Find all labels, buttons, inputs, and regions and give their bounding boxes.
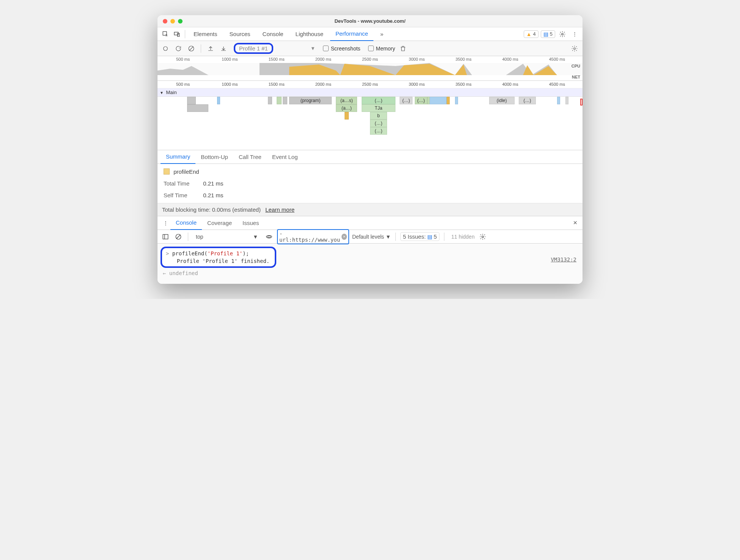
summary-swatch-icon xyxy=(164,168,170,175)
total-blocking-time-bar: Total blocking time: 0.00ms (estimated) … xyxy=(157,203,583,216)
warnings-badge[interactable]: ▲ 4 xyxy=(524,30,538,38)
message-icon: ▤ xyxy=(543,31,548,37)
save-profile-button[interactable] xyxy=(219,44,228,53)
flame-ruler: 500 ms 1000 ms 1500 ms 2000 ms 2500 ms 3… xyxy=(157,81,583,88)
tab-sources[interactable]: Sources xyxy=(224,27,256,41)
window-controls xyxy=(157,19,183,24)
capture-settings-gear-icon[interactable] xyxy=(570,44,579,53)
warning-icon: ▲ xyxy=(526,31,532,37)
main-track-header[interactable]: ▼ Main xyxy=(157,88,583,97)
reload-button[interactable] xyxy=(173,44,183,53)
svg-point-3 xyxy=(562,33,564,35)
tab-console[interactable]: Console xyxy=(257,27,289,41)
dropdown-icon: ▼ xyxy=(253,234,258,240)
main-thread-track: ▼ Main (program) (a…s) (a…) (…) TJa b (…… xyxy=(157,88,583,150)
live-expression-icon[interactable] xyxy=(264,232,274,242)
device-toggle-icon[interactable] xyxy=(172,29,182,39)
clear-button[interactable] xyxy=(186,44,196,53)
cpu-label: CPU xyxy=(572,64,580,68)
details-tab-call-tree[interactable]: Call Tree xyxy=(233,150,267,164)
close-window-button[interactable] xyxy=(163,19,167,24)
svg-rect-7 xyxy=(163,234,168,239)
tab-lighthouse[interactable]: Lighthouse xyxy=(290,27,329,41)
profile-dropdown-icon[interactable]: ▼ xyxy=(310,46,315,51)
console-highlighted-block: profileEnd('Profile 1'); Profile 'Profil… xyxy=(161,247,276,268)
details-tab-bottom-up[interactable]: Bottom-Up xyxy=(195,150,233,164)
devtools-window: DevTools - www.youtube.com/ Elements Sou… xyxy=(157,15,583,284)
clear-filter-icon[interactable]: × xyxy=(342,234,347,240)
details-tabs: Summary Bottom-Up Call Tree Event Log xyxy=(157,150,583,164)
inspect-icon[interactable] xyxy=(161,29,170,39)
svg-point-9 xyxy=(268,236,270,238)
screenshots-checkbox[interactable]: Screenshots xyxy=(323,46,361,52)
message-icon: ▤ xyxy=(427,234,432,240)
delete-profile-button[interactable] xyxy=(398,44,408,53)
record-button[interactable] xyxy=(161,44,170,53)
overview-pane: 500 ms 1000 ms 1500 ms 2000 ms 2500 ms 3… xyxy=(157,56,583,81)
drawer-tab-coverage[interactable]: Coverage xyxy=(202,216,237,230)
drawer-tab-console[interactable]: Console xyxy=(170,216,202,230)
console-toolbar: top ▼ -url:https://www.you × Default lev… xyxy=(157,230,583,244)
tabs-overflow[interactable]: » xyxy=(375,27,389,41)
collapse-icon: ▼ xyxy=(160,91,164,95)
console-issues-pill[interactable]: 5 Issues: ▤ 5 xyxy=(400,232,439,241)
main-tabbar: Elements Sources Console Lighthouse Perf… xyxy=(157,27,583,41)
console-output-line: Profile 'Profile 1' finished. xyxy=(164,257,271,265)
console-clear-button[interactable] xyxy=(173,232,183,242)
tbt-text: Total blocking time: 0.00ms (estimated) xyxy=(162,206,261,213)
overview-ruler: 500 ms 1000 ms 1500 ms 2000 ms 2500 ms 3… xyxy=(157,56,583,63)
more-icon[interactable]: ⋮ xyxy=(570,29,579,39)
messages-badge[interactable]: ▤ 5 xyxy=(541,30,555,38)
profile-selector[interactable]: Profile 1 #1 xyxy=(234,43,273,54)
load-profile-button[interactable] xyxy=(206,44,216,53)
window-title: DevTools - www.youtube.com/ xyxy=(157,18,583,24)
details-tab-event-log[interactable]: Event Log xyxy=(267,150,303,164)
tab-elements[interactable]: Elements xyxy=(188,27,223,41)
summary-panel: profileEnd Total Time 0.21 ms Self Time … xyxy=(157,164,583,203)
tbt-learn-more-link[interactable]: Learn more xyxy=(265,206,294,213)
long-task-marker xyxy=(580,99,583,105)
profile-name: Profile 1 #1 xyxy=(239,45,268,52)
console-body: profileEnd('Profile 1'); Profile 'Profil… xyxy=(157,244,583,284)
warnings-count: 4 xyxy=(533,31,536,37)
summary-event-name: profileEnd xyxy=(173,168,199,175)
console-filter-value: -url:https://www.you xyxy=(279,231,340,243)
console-settings-gear-icon[interactable] xyxy=(478,232,488,242)
console-input-line[interactable]: profileEnd('Profile 1'); xyxy=(164,250,271,257)
checkbox-icon xyxy=(368,46,374,51)
checkbox-icon xyxy=(323,46,329,51)
drawer-more-icon[interactable]: ⋮ xyxy=(161,218,170,228)
minimize-window-button[interactable] xyxy=(170,19,175,24)
svg-point-4 xyxy=(164,46,168,50)
maximize-window-button[interactable] xyxy=(178,19,183,24)
svg-point-10 xyxy=(482,236,483,238)
summary-self-label: Self Time xyxy=(164,192,202,198)
summary-total-value: 0.21 ms xyxy=(203,180,223,187)
console-source-link[interactable]: VM3132:2 xyxy=(551,256,576,263)
titlebar: DevTools - www.youtube.com/ xyxy=(157,15,583,27)
console-levels-select[interactable]: Default levels ▼ xyxy=(352,234,391,240)
console-return-line: undefined xyxy=(161,268,579,278)
net-label: NET xyxy=(572,75,580,79)
dropdown-icon: ▼ xyxy=(386,234,391,240)
tab-performance[interactable]: Performance xyxy=(330,27,373,41)
messages-count: 5 xyxy=(550,31,553,37)
memory-checkbox[interactable]: Memory xyxy=(368,46,395,52)
console-context-select[interactable]: top ▼ xyxy=(193,232,261,241)
svg-point-6 xyxy=(574,47,576,49)
net-overview[interactable]: NET xyxy=(157,75,583,80)
performance-toolbar: Profile 1 #1 ▼ Screenshots Memory xyxy=(157,41,583,56)
summary-self-value: 0.21 ms xyxy=(203,192,223,198)
drawer-tabs: ⋮ Console Coverage Issues × xyxy=(157,216,583,230)
flame-chart[interactable]: (program) (a…s) (a…) (…) TJa b (…) (…) (… xyxy=(157,97,583,150)
cpu-overview[interactable]: CPU xyxy=(157,63,583,75)
details-tab-summary[interactable]: Summary xyxy=(161,150,195,164)
console-hidden-count: 11 hidden xyxy=(451,234,475,240)
console-sidebar-toggle-icon[interactable] xyxy=(161,232,170,242)
console-filter-input[interactable]: -url:https://www.you × xyxy=(277,229,349,244)
drawer-close-icon[interactable]: × xyxy=(571,219,579,227)
summary-total-label: Total Time xyxy=(164,180,202,187)
drawer-tab-issues[interactable]: Issues xyxy=(237,216,264,230)
settings-gear-icon[interactable] xyxy=(557,29,567,39)
console-context-value: top xyxy=(196,234,203,240)
